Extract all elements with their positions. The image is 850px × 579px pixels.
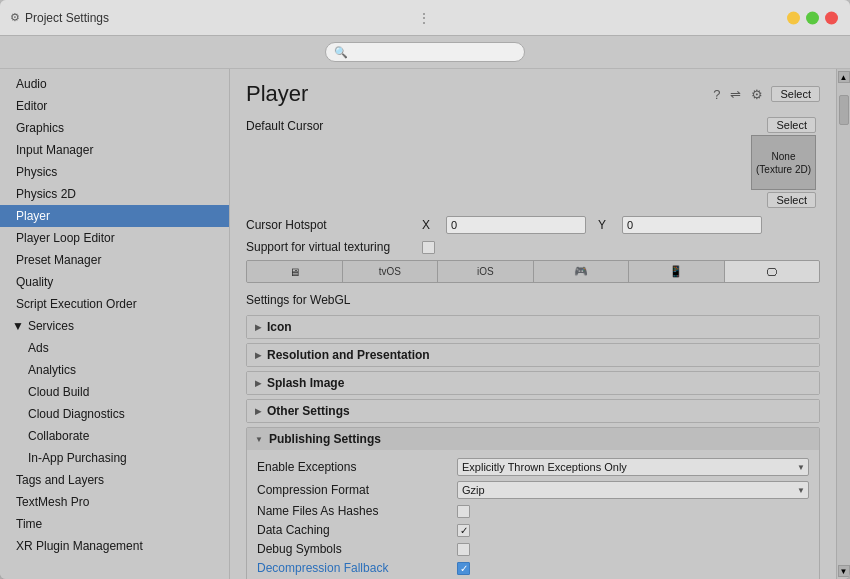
debug-symbols-label: Debug Symbols [257, 542, 457, 556]
maximize-button[interactable] [806, 11, 819, 24]
tvos-label: tvOS [379, 266, 401, 277]
sidebar-item-quality[interactable]: Quality [0, 271, 229, 293]
virtual-texturing-checkbox[interactable] [422, 241, 435, 254]
settings-icon-button[interactable]: ⚙ [749, 85, 765, 104]
section-other-label: Other Settings [267, 404, 350, 418]
sidebar-item-preset-manager[interactable]: Preset Manager [0, 249, 229, 271]
triangle-right-icon-3: ▶ [255, 379, 261, 388]
tab-tvos[interactable]: tvOS [343, 261, 439, 282]
debug-symbols-row: Debug Symbols [257, 542, 809, 556]
tab-android2[interactable]: 📱 [629, 261, 725, 282]
name-files-checkbox[interactable] [457, 505, 470, 518]
cursor-hotspot-x-input[interactable] [446, 216, 586, 234]
main-layout: Audio Editor Graphics Input Manager Phys… [0, 69, 850, 579]
sidebar-item-time[interactable]: Time [0, 513, 229, 535]
help-icon-button[interactable]: ? [711, 85, 722, 104]
search-input[interactable] [325, 42, 525, 62]
data-caching-checkbox[interactable] [457, 524, 470, 537]
triangle-right-icon: ▶ [255, 323, 261, 332]
window-title: Project Settings [25, 11, 109, 25]
section-icon: ▶ Icon [246, 315, 820, 339]
sidebar-item-analytics[interactable]: Analytics [0, 359, 229, 381]
cursor-hotspot-label: Cursor Hotspot [246, 218, 416, 232]
scrollbar-track[interactable] [838, 85, 850, 563]
compression-format-dropdown[interactable]: Gzip [457, 481, 809, 499]
compression-format-row: Compression Format Gzip [257, 481, 809, 499]
cursor-select-bottom-button[interactable]: Select [767, 192, 816, 208]
cursor-texture-line2: (Texture 2D) [756, 163, 811, 176]
default-cursor-label: Default Cursor [246, 117, 416, 133]
gear-icon: ⚙ [10, 11, 20, 24]
x-axis-label: X [422, 218, 440, 232]
search-bar-row [0, 36, 850, 69]
sidebar-item-xr-plugin-management[interactable]: XR Plugin Management [0, 535, 229, 557]
tab-webgl[interactable]: 🖵 [725, 261, 820, 282]
section-other-header[interactable]: ▶ Other Settings [247, 400, 819, 422]
tab-ios[interactable]: iOS [438, 261, 534, 282]
scrollbar-up-arrow[interactable]: ▲ [838, 71, 850, 83]
services-label: Services [28, 317, 74, 335]
header-icons: ? ⇌ ⚙ Select [711, 85, 820, 104]
sidebar-item-textmesh-pro[interactable]: TextMesh Pro [0, 491, 229, 513]
enable-exceptions-label: Enable Exceptions [257, 460, 457, 474]
titlebar-title: ⚙ Project Settings [10, 11, 109, 25]
content-area: Player ? ⇌ ⚙ Select Default Cursor Selec… [230, 69, 836, 579]
decompression-fallback-label[interactable]: Decompression Fallback [257, 561, 457, 575]
select-button[interactable]: Select [771, 86, 820, 102]
data-caching-row: Data Caching [257, 523, 809, 537]
sidebar-item-input-manager[interactable]: Input Manager [0, 139, 229, 161]
sidebar-item-ads[interactable]: Ads [0, 337, 229, 359]
decompression-fallback-row: Decompression Fallback [257, 561, 809, 575]
section-resolution: ▶ Resolution and Presentation [246, 343, 820, 367]
triangle-down-icon-pub: ▼ [255, 435, 263, 444]
android2-icon: 📱 [669, 265, 683, 278]
minimize-button[interactable] [787, 11, 800, 24]
content-header: Player ? ⇌ ⚙ Select [246, 81, 820, 107]
publishing-content: Enable Exceptions Explicitly Thrown Exce… [247, 450, 819, 579]
scrollbar-down-arrow[interactable]: ▼ [838, 565, 850, 577]
close-button[interactable] [825, 11, 838, 24]
window: ⚙ Project Settings ⋮ Audio Editor Graphi… [0, 0, 850, 579]
sidebar-item-player-loop-editor[interactable]: Player Loop Editor [0, 227, 229, 249]
enable-exceptions-dropdown[interactable]: Explicitly Thrown Exceptions Only [457, 458, 809, 476]
section-icon-header[interactable]: ▶ Icon [247, 316, 819, 338]
content-inner: Player ? ⇌ ⚙ Select Default Cursor Selec… [230, 69, 836, 579]
sidebar-item-physics-2d[interactable]: Physics 2D [0, 183, 229, 205]
titlebar-dots: ⋮ [417, 10, 433, 26]
cursor-select-top-button[interactable]: Select [767, 117, 816, 133]
sidebar-item-script-execution-order[interactable]: Script Execution Order [0, 293, 229, 315]
window-controls [787, 11, 838, 24]
webgl-icon: 🖵 [766, 266, 777, 278]
sidebar-item-audio[interactable]: Audio [0, 73, 229, 95]
platform-tabs: 🖥 tvOS iOS 🎮 📱 🖵 [246, 260, 820, 283]
sidebar-item-collaborate[interactable]: Collaborate [0, 425, 229, 447]
sidebar-section-services[interactable]: ▼ Services [0, 315, 229, 337]
decompression-fallback-checkbox[interactable] [457, 562, 470, 575]
debug-symbols-checkbox[interactable] [457, 543, 470, 556]
android-icon: 🎮 [574, 265, 588, 278]
sidebar-item-in-app-purchasing[interactable]: In-App Purchasing [0, 447, 229, 469]
section-publishing: ▼ Publishing Settings Enable Exceptions … [246, 427, 820, 579]
sidebar-item-cloud-diagnostics[interactable]: Cloud Diagnostics [0, 403, 229, 425]
tab-android[interactable]: 🎮 [534, 261, 630, 282]
sidebar-item-player[interactable]: Player [0, 205, 229, 227]
sidebar-item-tags-and-layers[interactable]: Tags and Layers [0, 469, 229, 491]
sidebar-item-physics[interactable]: Physics [0, 161, 229, 183]
section-resolution-header[interactable]: ▶ Resolution and Presentation [247, 344, 819, 366]
section-splash-header[interactable]: ▶ Splash Image [247, 372, 819, 394]
name-files-label: Name Files As Hashes [257, 504, 457, 518]
tab-pc[interactable]: 🖥 [247, 261, 343, 282]
sidebar-item-cloud-build[interactable]: Cloud Build [0, 381, 229, 403]
section-publishing-header[interactable]: ▼ Publishing Settings [247, 428, 819, 450]
data-caching-label: Data Caching [257, 523, 457, 537]
name-files-row: Name Files As Hashes [257, 504, 809, 518]
sidebar-item-editor[interactable]: Editor [0, 95, 229, 117]
section-splash: ▶ Splash Image [246, 371, 820, 395]
cursor-hotspot-y-input[interactable] [622, 216, 762, 234]
sidebar-item-graphics[interactable]: Graphics [0, 117, 229, 139]
scrollbar-thumb[interactable] [839, 95, 849, 125]
layout-icon-button[interactable]: ⇌ [728, 85, 743, 104]
section-icon-label: Icon [267, 320, 292, 334]
triangle-right-icon-2: ▶ [255, 351, 261, 360]
cursor-texture-line1: None [772, 150, 796, 163]
